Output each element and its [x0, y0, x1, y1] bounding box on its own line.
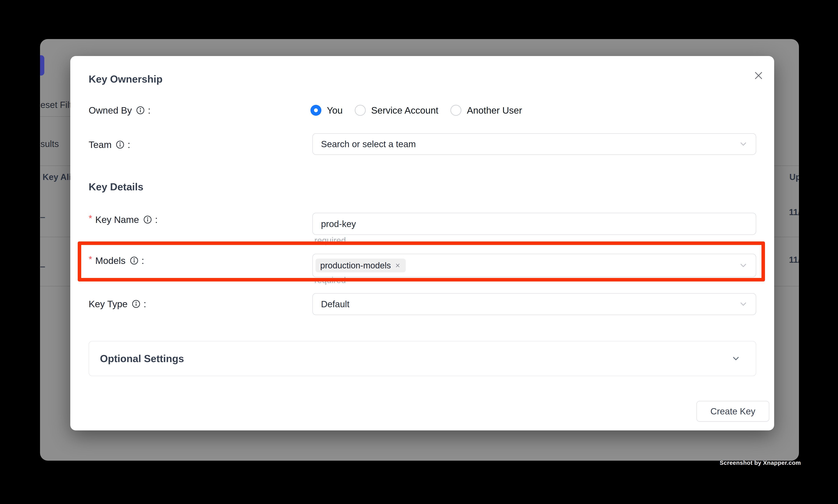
create-key-button[interactable]: Create Key — [696, 401, 769, 421]
models-required-hint: required — [314, 275, 346, 285]
models-label: * Models : — [89, 255, 144, 267]
section-title-key-details: Key Details — [89, 181, 143, 193]
screenshot-canvas: { "colors": { "accent_blue": "#1677ff", … — [0, 0, 838, 504]
label-colon: : — [127, 139, 130, 150]
chevron-down-icon — [731, 354, 741, 363]
info-icon[interactable] — [136, 106, 145, 114]
owned-by-label: Owned By : — [89, 104, 150, 116]
table-row-cell: 11/ — [789, 255, 799, 265]
reset-filters-button-fragment: eset Filt — [40, 100, 72, 110]
radio-option-label[interactable]: You — [327, 105, 343, 116]
selected-model-tag-label: production-models — [320, 260, 391, 270]
create-key-button-label: Create Key — [710, 406, 755, 417]
column-header-updated: Up — [789, 172, 799, 182]
radio-selected-icon[interactable] — [310, 105, 321, 116]
key-name-input[interactable]: prod-key — [313, 213, 756, 235]
required-asterisk: * — [89, 213, 92, 223]
section-title-key-ownership: Key Ownership — [89, 73, 163, 85]
label-colon: : — [155, 214, 158, 225]
radio-option-another-user[interactable]: Another User — [450, 105, 522, 116]
clipped-primary-button — [40, 55, 44, 75]
selected-model-tag: production-models — [316, 259, 406, 272]
team-label: Team : — [89, 139, 130, 150]
label-colon: : — [148, 105, 150, 116]
chevron-down-icon — [738, 139, 748, 149]
create-key-modal: Key Ownership Owned By : You Service Acc… — [70, 56, 774, 430]
table-row-cell: 11/ — [789, 207, 799, 217]
key-name-value: prod-key — [321, 219, 356, 229]
tag-remove-icon[interactable] — [394, 262, 401, 269]
radio-unselected-icon[interactable] — [450, 105, 461, 116]
radio-option-label[interactable]: Another User — [467, 105, 522, 116]
info-icon[interactable] — [143, 215, 152, 224]
key-name-label: * Key Name : — [89, 214, 158, 226]
label-colon: : — [142, 255, 144, 266]
team-select-placeholder: Search or select a team — [321, 139, 416, 149]
key-type-label: Key Type : — [89, 298, 146, 310]
team-select[interactable]: Search or select a team — [313, 133, 756, 155]
optional-settings-accordion[interactable]: Optional Settings — [89, 341, 756, 376]
team-label-text: Team — [89, 139, 111, 150]
chevron-down-icon — [738, 261, 748, 270]
key-name-label-text: Key Name — [95, 214, 139, 225]
key-type-selected-value: Default — [321, 299, 350, 309]
optional-settings-title: Optional Settings — [100, 353, 184, 364]
watermark-text: Screenshot by Xnapper.com — [720, 460, 801, 466]
owned-by-label-text: Owned By — [89, 105, 132, 116]
chevron-down-icon — [738, 300, 748, 309]
key-type-select[interactable]: Default — [313, 293, 756, 315]
info-icon[interactable] — [132, 300, 140, 308]
info-icon[interactable] — [130, 256, 139, 265]
key-name-required-hint: required — [314, 236, 346, 245]
table-row-cell: – — [40, 212, 45, 222]
radio-option-you[interactable]: You — [310, 105, 343, 116]
label-colon: : — [143, 299, 146, 309]
radio-option-label[interactable]: Service Account — [371, 105, 438, 116]
models-multiselect[interactable]: production-models — [313, 254, 756, 277]
models-label-text: Models — [95, 255, 126, 266]
table-row-cell: – — [40, 261, 45, 272]
results-count-fragment: sults — [40, 139, 59, 149]
close-icon[interactable] — [753, 70, 764, 81]
required-asterisk: * — [89, 254, 92, 265]
key-type-label-text: Key Type — [89, 299, 127, 309]
radio-unselected-icon[interactable] — [355, 105, 366, 116]
owned-by-radio-group: You Service Account Another User — [310, 104, 522, 116]
radio-option-service-account[interactable]: Service Account — [355, 105, 438, 116]
info-icon[interactable] — [116, 140, 124, 149]
